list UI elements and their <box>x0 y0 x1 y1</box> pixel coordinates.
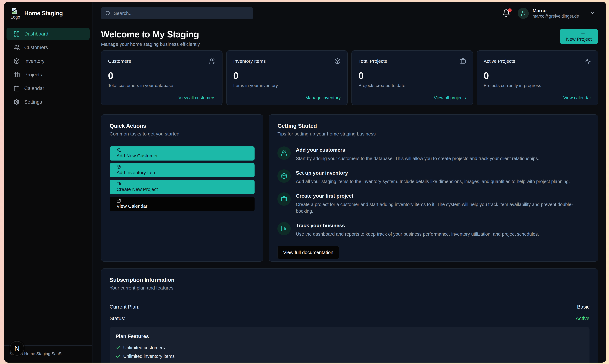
dashboard-grid-icon <box>14 31 20 37</box>
current-plan-row: Current Plan: Basic <box>109 304 590 310</box>
sidebar-item-label: Settings <box>24 99 42 105</box>
sidebar-item-inventory[interactable]: Inventory <box>6 55 90 67</box>
users-icon <box>14 44 20 51</box>
tip-title: Create your first project <box>296 193 590 199</box>
users-icon <box>209 58 216 64</box>
tip-title: Track your business <box>296 223 539 229</box>
tip-add-customers: Add your customers Start by adding your … <box>277 146 590 162</box>
stat-title: Active Projects <box>484 58 515 64</box>
plan-label: Current Plan: <box>109 304 140 310</box>
feature-item: Project management <box>116 362 583 363</box>
getting-started-title: Getting Started <box>277 123 590 129</box>
briefcase-icon <box>117 182 121 186</box>
stat-title: Customers <box>108 58 131 64</box>
status-badge: Active <box>576 315 590 321</box>
topbar-right: Marco marco@greiveldinger.de <box>502 8 595 19</box>
view-documentation-button[interactable]: View full documentation <box>277 246 339 259</box>
search-input[interactable] <box>114 11 249 16</box>
tip-title: Set up your inventory <box>296 170 570 176</box>
sidebar-item-settings[interactable]: Settings <box>6 96 90 108</box>
stat-card-active-projects: Active Projects 0 Projects currently in … <box>477 50 598 105</box>
window-frame: Logo Home Staging Dashboard Customers <box>0 0 609 364</box>
user-email: marco@greiveldinger.de <box>533 14 579 19</box>
sidebar-item-label: Dashboard <box>24 31 48 37</box>
dashboard-content: Welcome to My Staging Manage your home s… <box>93 25 606 363</box>
feature-item: Unlimited customers <box>116 345 583 351</box>
avatar <box>518 8 529 19</box>
tips-list: Add your customers Start by adding your … <box>277 146 590 237</box>
new-project-label: New Project <box>560 37 598 42</box>
manage-inventory-link[interactable]: Manage inventory <box>305 95 341 100</box>
sidebar-item-customers[interactable]: Customers <box>6 41 90 53</box>
stat-description: Projects created to date <box>358 83 466 88</box>
stat-description: Total customers in your database <box>108 83 216 88</box>
sidebar-item-label: Calendar <box>24 86 44 91</box>
stat-description: Items in your inventory <box>233 83 341 88</box>
tip-description: Create a project for a customer and star… <box>296 201 590 214</box>
tip-body: Create your first project Create a proje… <box>296 192 590 214</box>
middle-row: Quick Actions Common tasks to get you st… <box>101 114 598 262</box>
calendar-icon <box>14 85 20 91</box>
stat-title: Inventory Items <box>233 58 266 64</box>
view-calendar-button[interactable]: View Calendar <box>109 197 255 211</box>
bar-chart-icon <box>277 222 291 235</box>
tip-track-business: Track your business Use the dashboard an… <box>277 222 590 237</box>
app-root: Logo Home Staging Dashboard Customers <box>4 1 606 363</box>
tip-setup-inventory: Set up your inventory Add all your stagi… <box>277 169 590 185</box>
notification-dot <box>508 8 512 12</box>
stat-card-total-projects: Total Projects 0 Projects created to dat… <box>352 50 473 105</box>
create-new-project-button[interactable]: Create New Project <box>109 180 255 194</box>
sidebar-item-label: Customers <box>24 45 48 50</box>
feature-item: Unlimited inventory items <box>116 353 583 359</box>
plan-features-list: Unlimited customers Unlimited inventory … <box>116 345 583 363</box>
search-icon <box>105 11 110 16</box>
plus-icon <box>560 31 598 36</box>
user-menu[interactable]: Marco marco@greiveldinger.de <box>518 8 595 19</box>
notifications-button[interactable] <box>502 9 511 18</box>
sidebar-item-label: Projects <box>24 72 42 78</box>
tip-create-project: Create your first project Create a proje… <box>277 192 590 214</box>
check-icon <box>116 354 120 359</box>
briefcase-icon <box>14 72 20 78</box>
activity-icon <box>585 58 591 64</box>
users-icon <box>277 146 291 160</box>
view-all-customers-link[interactable]: View all customers <box>179 95 216 100</box>
package-icon <box>334 58 341 64</box>
view-calendar-link[interactable]: View calendar <box>563 95 591 100</box>
user-icon <box>520 10 526 16</box>
sidebar-nav: Dashboard Customers Inventory <box>4 25 92 110</box>
getting-started-panel: Getting Started Tips for setting up your… <box>269 114 598 262</box>
add-inventory-item-button[interactable]: Add Inventory Item <box>109 163 255 177</box>
check-icon <box>116 345 120 350</box>
sidebar-item-calendar[interactable]: Calendar <box>6 82 90 94</box>
users-icon <box>117 148 121 152</box>
package-icon <box>117 165 121 169</box>
package-icon <box>277 169 291 183</box>
user-menu-chevron[interactable] <box>590 10 595 17</box>
sidebar-item-dashboard[interactable]: Dashboard <box>6 28 90 40</box>
sidebar: Logo Home Staging Dashboard Customers <box>4 1 93 363</box>
subscription-subtitle: Your current plan and features <box>109 285 590 291</box>
stat-value: 0 <box>484 71 591 80</box>
tip-description: Add all your staging items to the invent… <box>296 178 570 185</box>
chevron-down-icon <box>590 10 595 16</box>
quick-actions-list: Add New Customer Add Inventory Item <box>109 146 255 211</box>
plan-features-box: Plan Features Unlimited customers Unlimi… <box>109 327 590 363</box>
user-info: Marco marco@greiveldinger.de <box>533 8 579 19</box>
status-label: Status: <box>109 315 125 321</box>
sidebar-item-projects[interactable]: Projects <box>6 69 90 81</box>
add-new-customer-button[interactable]: Add New Customer <box>109 146 255 160</box>
stat-value: 0 <box>358 71 466 80</box>
gear-icon <box>14 99 20 105</box>
new-project-button[interactable]: New Project <box>560 29 598 44</box>
broken-image-icon <box>11 7 18 14</box>
stat-card-customers: Customers 0 Total customers in your data… <box>101 50 222 105</box>
view-all-projects-link[interactable]: View all projects <box>434 95 466 100</box>
tip-description: Use the dashboard and reports to keep tr… <box>296 231 539 237</box>
nextjs-dev-badge[interactable]: N <box>10 341 24 356</box>
package-icon <box>14 58 20 64</box>
quick-actions-title: Quick Actions <box>109 123 255 129</box>
topbar: Marco marco@greiveldinger.de <box>93 1 606 25</box>
subscription-rows: Current Plan: Basic Status: Active <box>109 304 590 321</box>
tip-description: Start by adding your customers to the da… <box>296 155 539 162</box>
